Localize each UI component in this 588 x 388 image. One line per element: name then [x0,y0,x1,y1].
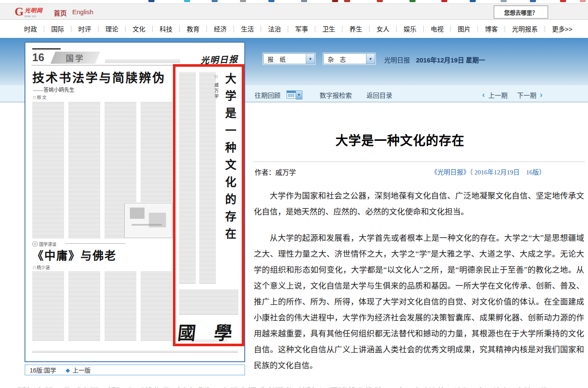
nav-item-shenghuo[interactable]: 生活 [234,26,261,32]
nav-item-guoji[interactable]: 国际 [44,26,71,32]
page-nav-bar: 16版:国学 ◆ 上一版 [25,364,245,376]
nav-item-yule[interactable]: 娱乐 [397,26,424,32]
issue-toolbar: 往期回顾 ▼ 数字报检索 返回目录 [255,90,392,100]
gmw-logo-domain: mw.cn [25,14,43,18]
back-to-toc-link[interactable]: 返回目录 [366,90,392,99]
magazine-select-value: 杂 志 [324,55,366,63]
nav-item-tupian[interactable]: 图片 [451,26,478,32]
calendar-dropdown-icon[interactable]: ▼ [296,90,302,99]
scan-headline-main: 技术书法学与简牍辨伪 [32,68,166,86]
nav-item-wenhua[interactable]: 文化 [126,26,153,32]
nav-item-boke[interactable]: 博客 [478,26,505,32]
column-tag-label: 国学漫谈 [39,241,56,247]
scan-footer-line [32,351,238,354]
nav-item-nvren[interactable]: 女人 [369,26,397,32]
dateline-blur [105,60,180,63]
scan-headline-main-sub: ——答姚小鸥先生 [33,86,74,93]
favicon-fragment [301,0,307,2]
dropdown-arrow-icon[interactable]: ▼ [366,54,375,64]
prev-issue-arrow-icon[interactable]: ‹ [482,90,485,99]
favicon-fragment [344,0,350,2]
article-paragraph: 从大学的起源和发展看，大学首先或者根本上是一种文化的存在。大学之“大”是思想疆域… [254,230,584,374]
favicon-fragment [332,0,338,2]
nav-item-shiping[interactable]: 时评 [71,26,99,32]
nav-item-more[interactable]: 更多>> [545,26,579,32]
digital-search-link[interactable]: 数字报检索 [320,90,352,99]
scan-figure [124,203,172,238]
favicon-fragment [212,0,218,2]
prev-page-link[interactable]: 上一版 [72,366,90,374]
favicon-fragment [530,0,536,2]
favicon-fragment [268,0,274,2]
favicon-fragment [240,0,246,2]
favicon-fragment [441,0,447,2]
nav-item-weisheng[interactable]: 卫生 [315,26,342,32]
home-link[interactable]: 首页 [54,8,67,17]
prev-issue-link[interactable]: 上一期 [488,90,508,99]
issue-pager: ‹ 上一期 下一期 › [479,90,546,100]
page-label: 16版:国学 [30,366,56,374]
back-issues-link[interactable]: 往期回顾 [255,90,280,99]
issue-date: 光明日报 2016年12月19日 星期一 [384,55,485,64]
column-tag-rule [65,243,125,244]
scan-text-columns [32,272,172,341]
highlighted-article-region[interactable]: □ 戚万学 大学是一种文化的存在 國 學 [173,64,244,346]
english-link[interactable]: English [72,8,93,16]
favicon-fragment [148,0,154,2]
article-paragraph: 大学作为国家和社会之公器，深刻地葆有文化自信、广泛地凝聚文化自信、坚定地传承文化… [254,188,584,220]
author-name: 戚万学 [275,169,296,176]
favicon-fragment [560,0,566,2]
nav-item-fazhi[interactable]: 法治 [261,26,288,32]
nav-item-jingji[interactable]: 经济 [207,26,234,32]
site-header: G 光明网 mw.cn 首页 English [0,3,588,20]
highlight-author-vertical: □ 戚万学 [213,74,219,100]
nav-item-jiaoyu[interactable]: 教育 [180,26,207,32]
next-issue-arrow-icon[interactable]: › [540,90,542,99]
highlight-title-vertical: 大学是一种文化的存在 [222,73,237,279]
next-issue-link[interactable]: 下一期 [517,90,536,99]
scan-text-block [179,290,238,315]
nav-item-lilun[interactable]: 理论 [99,26,126,32]
nav-item-junshi[interactable]: 军事 [288,26,315,32]
favicon-fragment [470,0,476,2]
favicon-fragment [501,0,507,2]
newspaper-page-image[interactable]: 16 国学 光明日报 技术书法学与简牍辨伪 ——答姚小鸥先生 □ 邢 文 G 国… [25,42,245,362]
section-banner: 国学 [50,52,100,64]
author-label: 作者： [255,169,275,176]
g-badge-icon: G [32,241,38,247]
issue-date-value: 2016年12月19日 星期一 [416,56,485,64]
gmw-logo-g: G [15,6,24,17]
favicon-strip [0,0,588,3]
calendar-icon[interactable] [286,90,296,99]
article-author: 作者：戚万学 [255,167,296,177]
search-input[interactable] [494,6,548,19]
paper-select[interactable]: 报 纸 ▼ [263,53,315,64]
scan-byline-main: □ 邢 文 [33,94,46,100]
gmw-logo-name: 光明网 [25,6,43,14]
article-byline: 作者：戚万学 《光明日报》（ 2016年12月19日 16版） [255,167,584,175]
nav-item-yangsheng[interactable]: 养生 [342,26,369,32]
column-tag: G 国学漫谈 [32,241,56,247]
page-header-dash [32,48,61,50]
article-body: 大学作为国家和社会之公器，深刻地葆有文化自信、广泛地凝聚文化自信、坚定地传承文化… [254,188,584,388]
copyright-notice-clipped: 版权声明：凡《光明日报》上刊载作品（含标题），未经本报或本网书面授权不得转载、摘… [17,385,383,388]
masthead-name: 光明日报 [384,56,410,64]
nav-item-keji[interactable]: 科技 [153,26,180,32]
favicon-fragment [580,0,586,2]
magazine-select[interactable]: 杂 志 ▼ [323,53,375,64]
nav-item-gmbaoxi[interactable]: 光明报系 [505,26,545,32]
favicon-fragment [409,0,416,2]
article-source: 《光明日报》（ 2016年12月19日 16版） [431,167,545,176]
nav-item-shizheng[interactable]: 时政 [17,26,44,32]
page-number: 16 [32,51,44,64]
scan-text-columns [179,73,216,285]
nav-item-dianshi[interactable]: 电视 [424,26,451,32]
dropdown-arrow-icon[interactable]: ▼ [306,54,314,64]
calendar-picker[interactable]: ▼ [286,90,302,99]
scan-byline-second: □ 杨少涵 [33,264,50,270]
favicon-fragment [377,0,383,2]
article-title: 大学是一种文化的存在 [252,130,548,149]
title-divider [253,161,585,162]
gmw-logo[interactable]: G 光明网 mw.cn [15,6,43,18]
main-nav: 时政 国际 时评 理论 文化 科技 教育 经济 生活 法治 军事 卫生 养生 女… [0,20,588,38]
